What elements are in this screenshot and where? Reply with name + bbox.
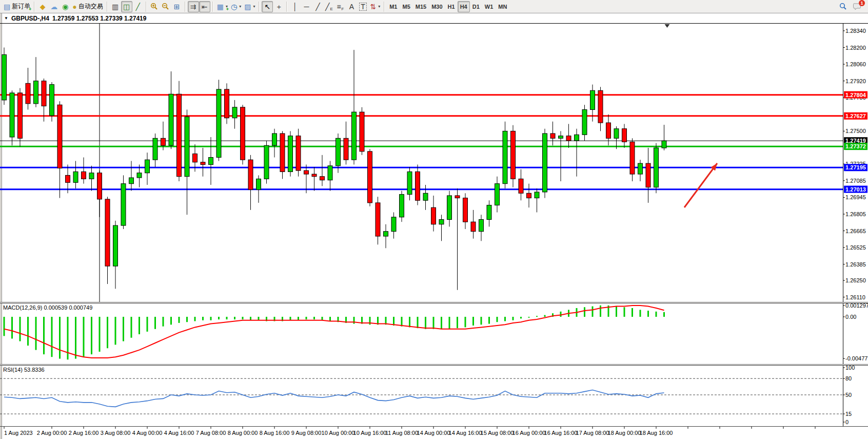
- candle-body: [566, 136, 571, 141]
- symbol-dropdown-icon[interactable]: ▼: [4, 16, 8, 21]
- time-axis-label: 18 Aug 00:00: [608, 430, 641, 436]
- price-axis-label: 1.26110: [845, 294, 865, 300]
- candle-body: [272, 133, 277, 145]
- trendline-icon[interactable]: ╱: [312, 1, 323, 12]
- rsi-axis-label: 100: [845, 365, 855, 371]
- text-icon[interactable]: A: [346, 1, 357, 12]
- crosshair-icon[interactable]: ＋: [273, 1, 284, 12]
- candle-body: [18, 93, 23, 138]
- candle-body: [201, 162, 205, 165]
- toolbar-separator: [259, 2, 260, 12]
- indicators-icon[interactable]: ▦+▾: [215, 1, 229, 12]
- timeframe-button-w1[interactable]: W1: [482, 1, 496, 12]
- bar-chart-icon[interactable]: ▥: [110, 1, 121, 12]
- time-axis-label: 15 Aug 08:00: [481, 430, 514, 436]
- time-axis-label: 14 Aug 16:00: [449, 430, 482, 436]
- signals-icon: ◉: [62, 3, 68, 10]
- macd-indicator-label: MACD(12,26,9) 0.000539 0.000749: [3, 304, 92, 311]
- zoom-out-icon[interactable]: [160, 1, 171, 12]
- toolbar: ▤+新订单◆☁◉●自动交易▥◫╱⊞⇉⇤▦+▾◷▾▨▾↖＋│─╱╱E≡FAT⇅▾M…: [0, 0, 868, 13]
- timeframe-button-m15[interactable]: M15: [413, 1, 429, 12]
- timeframe-button-m1[interactable]: M1: [387, 1, 400, 12]
- rsi-axis-label: 50: [845, 392, 852, 398]
- price-axis-label: 1.28200: [845, 45, 866, 51]
- equidistant-channel-icon[interactable]: ╱E: [323, 1, 334, 12]
- candle-body: [391, 217, 396, 232]
- templates-icon[interactable]: ▨▾: [243, 1, 257, 12]
- horizontal-line-icon[interactable]: ─: [301, 1, 312, 12]
- candle-body: [352, 112, 357, 160]
- candle-body: [105, 199, 110, 266]
- notification-count-badge: 1: [859, 0, 865, 6]
- publisher-icon[interactable]: ◆: [37, 1, 48, 12]
- bar-chart-icon: ▥: [112, 3, 119, 10]
- timeframe-button-m30[interactable]: M30: [429, 1, 445, 12]
- zoom-in-icon[interactable]: [149, 1, 160, 12]
- candle-body: [10, 93, 14, 137]
- candle-body: [57, 105, 62, 168]
- arrows-icon[interactable]: ⇅▾: [368, 1, 382, 12]
- price-badge-label: 1.27804: [845, 92, 866, 98]
- fibonacci-icon: ≡: [337, 3, 341, 10]
- search-icon[interactable]: [837, 1, 849, 12]
- label-icon[interactable]: T: [357, 1, 368, 12]
- candle-body: [232, 107, 237, 118]
- vertical-line-icon[interactable]: │: [289, 1, 301, 12]
- candle-body: [50, 85, 54, 116]
- candle-body: [439, 219, 444, 224]
- toolbar-separator: [384, 2, 385, 12]
- candle-body: [400, 195, 404, 217]
- line-chart-icon[interactable]: ╱: [132, 1, 144, 12]
- rsi-axis-label: 0: [845, 419, 849, 425]
- candle-body: [368, 151, 372, 203]
- candle-body: [606, 123, 611, 138]
- candle-body: [121, 184, 126, 225]
- auto-scroll-icon[interactable]: ⇉: [188, 1, 199, 12]
- candle-body: [328, 166, 332, 180]
- symbol-period-label: GBPUSD-,H4: [11, 15, 49, 22]
- timeframe-button-d1[interactable]: D1: [470, 1, 482, 12]
- time-axis-label: 2 Aug 16:00: [69, 430, 99, 436]
- time-axis-label: 2 Aug 00:00: [37, 430, 67, 436]
- candlestick-chart-icon[interactable]: ◫: [121, 1, 132, 12]
- candle-body: [550, 133, 555, 138]
- candle-body: [479, 219, 484, 231]
- time-axis-label: 14 Aug 00:00: [417, 430, 450, 436]
- toolbar-separator: [286, 2, 287, 12]
- macd-axis-label: -0.004777: [845, 355, 868, 361]
- candle-body: [527, 193, 531, 198]
- window-left-border: [0, 13, 2, 439]
- new-order-icon[interactable]: ▤+新订单: [2, 1, 32, 12]
- ohlc-values: 1.27359 1.27553 1.27339 1.27419: [52, 15, 147, 22]
- time-axis-label: 8 Aug 16:00: [260, 430, 290, 436]
- fibonacci-icon[interactable]: ≡F: [334, 1, 346, 12]
- candle-body: [455, 196, 460, 198]
- timeframe-button-m5[interactable]: M5: [400, 1, 412, 12]
- candle-body: [543, 133, 547, 192]
- chart-shift-icon[interactable]: ⇤: [199, 1, 210, 12]
- candle-body: [97, 173, 102, 199]
- price-axis-label: 1.27920: [845, 78, 866, 84]
- candle-body: [407, 171, 412, 194]
- community-icon[interactable]: ☁: [48, 1, 60, 12]
- periods-icon[interactable]: ◷▾: [229, 1, 243, 12]
- vertical-line-icon: │: [293, 3, 298, 10]
- timeframe-button-h4[interactable]: H4: [458, 1, 470, 12]
- signals-icon[interactable]: ◉: [60, 1, 71, 12]
- candle-body: [416, 171, 420, 200]
- candle-body: [376, 203, 380, 236]
- candle-body: [177, 94, 182, 177]
- timeframe-button-h1[interactable]: H1: [445, 1, 458, 12]
- chart-canvas[interactable]: 1.283401.282001.280601.279201.277801.275…: [0, 0, 868, 439]
- time-axis-label: 8 Aug 00:00: [228, 430, 258, 436]
- publisher-icon: ◆: [40, 3, 46, 10]
- tile-windows-icon[interactable]: ⊞: [171, 1, 183, 12]
- new-order-label: 新订单: [12, 2, 30, 11]
- notification-icon[interactable]: 1: [852, 1, 863, 12]
- auto-trading-icon[interactable]: ●自动交易: [71, 1, 104, 12]
- price-axis-label: 1.26385: [845, 261, 866, 268]
- timeframe-button-mn[interactable]: MN: [496, 1, 509, 12]
- candle-body: [582, 109, 587, 135]
- candle-body: [66, 175, 70, 182]
- cursor-icon[interactable]: ↖: [262, 1, 273, 12]
